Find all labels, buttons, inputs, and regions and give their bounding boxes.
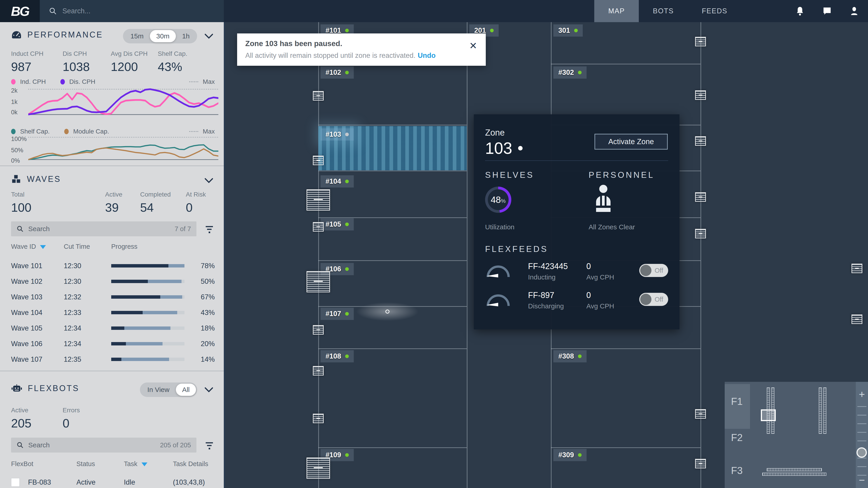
- activate-zone-button[interactable]: Activate Zone: [594, 134, 668, 150]
- app-logo[interactable]: BG: [0, 0, 40, 22]
- floor-minimap[interactable]: F1F2F3: [725, 382, 856, 488]
- waves-search-input[interactable]: [28, 225, 170, 233]
- feed-name: FF-897: [528, 291, 564, 300]
- wave-row[interactable]: Wave 10212:3050%: [11, 273, 215, 289]
- wave-cut-time: 12:32: [64, 293, 111, 301]
- zone-chip-107[interactable]: #107: [320, 308, 354, 320]
- tab-map[interactable]: MAP: [594, 0, 639, 22]
- zone-chip-301[interactable]: 301: [553, 24, 583, 37]
- minimap-rack: [762, 473, 827, 476]
- col-flexbot[interactable]: FlexBot: [11, 460, 76, 468]
- search-icon: [17, 225, 24, 232]
- row-checkbox[interactable]: [11, 478, 20, 487]
- user-icon[interactable]: [849, 6, 859, 16]
- flexfeeds-title: FLEXFEEDS: [485, 245, 548, 254]
- flexbot-row[interactable]: FB-083ActiveIdle(103,43,8): [11, 475, 215, 488]
- conveyor-rack-icon: [695, 459, 706, 468]
- facility-map[interactable]: #101#102#103#104#105#106#107#108#1092013…: [224, 22, 868, 488]
- col-progress[interactable]: Progress: [111, 243, 184, 250]
- performance-header: PERFORMANCE: [11, 30, 103, 40]
- wave-row[interactable]: Wave 10312:3267%: [11, 289, 215, 305]
- flexbots-header: FLEXBOTS: [11, 383, 79, 393]
- stat-induct-cph: Induct CPH987: [11, 50, 63, 74]
- bell-icon[interactable]: [795, 6, 805, 16]
- zone-chip-308[interactable]: #308: [553, 350, 587, 362]
- collapse-performance-chevron-icon[interactable]: [204, 33, 214, 39]
- conveyor-rack-icon: [695, 136, 706, 146]
- wave-row[interactable]: Wave 10512:3418%: [11, 320, 215, 336]
- floor-f1[interactable]: F1: [731, 396, 743, 407]
- minimap-viewport[interactable]: [761, 410, 776, 421]
- flexbots-stats: Active205Errors0: [11, 407, 210, 430]
- range-30m[interactable]: 30m: [150, 30, 176, 42]
- wave-row[interactable]: Wave 10712:3514%: [11, 352, 215, 367]
- conveyor-rack-icon: [313, 156, 324, 165]
- throughput-chart: 2k1k0k: [11, 87, 218, 117]
- flexbot-status: Active: [76, 478, 124, 486]
- floor-f3[interactable]: F3: [731, 465, 743, 476]
- col-task-details[interactable]: Task Details: [173, 460, 215, 468]
- scope-in-view[interactable]: In View: [141, 384, 176, 396]
- collapse-waves-chevron-icon[interactable]: [204, 177, 214, 184]
- zoom-tick: [857, 466, 866, 467]
- tab-feeds[interactable]: FEEDS: [688, 0, 741, 22]
- map-grid-line: [318, 348, 467, 349]
- wave-id: Wave 103: [11, 293, 64, 301]
- stat-completed: Completed54: [140, 191, 186, 215]
- waves-header: WAVES: [11, 174, 61, 184]
- waves-filter-icon[interactable]: [204, 223, 215, 234]
- col-task[interactable]: Task: [124, 460, 173, 468]
- zone-chip-309[interactable]: #309: [553, 449, 587, 461]
- zone-chip-302[interactable]: #302: [553, 66, 587, 78]
- wave-cut-time: 12:33: [64, 308, 111, 317]
- feed-toggle[interactable]: Off: [639, 264, 668, 277]
- zone-status-dot: [490, 29, 494, 32]
- zone-status-dot: [345, 71, 349, 74]
- zone-status-dot: [345, 223, 349, 226]
- stat-total: Total100: [11, 191, 105, 215]
- wave-row[interactable]: Wave 10612:3420%: [11, 336, 215, 352]
- legend-label: Ind. CPH: [20, 78, 46, 86]
- undo-link[interactable]: Undo: [418, 52, 436, 59]
- map-zoom-control: + −: [856, 382, 868, 488]
- personnel-icon: [592, 184, 614, 213]
- zone-chip-103[interactable]: #103: [320, 128, 354, 140]
- zone-chip-label: #308: [558, 352, 574, 360]
- zoom-slider-handle[interactable]: [857, 447, 867, 458]
- feed-mode: Inducting: [528, 273, 568, 281]
- wave-progress-pct: 14%: [184, 355, 215, 363]
- zone-status-dot: [345, 312, 349, 316]
- col-cut-time[interactable]: Cut Time: [64, 243, 111, 250]
- wave-row[interactable]: Wave 10412:3343%: [11, 305, 215, 320]
- stat-shelf-cap-: Shelf Cap.43%: [158, 50, 218, 74]
- zone-status-dot: [345, 267, 349, 271]
- flexbots-panel: FLEXBOTS In ViewAll Active205Errors0 205…: [0, 372, 224, 488]
- zoom-in-button[interactable]: +: [856, 388, 868, 400]
- bots-search-input[interactable]: [28, 441, 156, 449]
- zoom-tick: [857, 423, 866, 424]
- zoom-tick: [857, 406, 866, 407]
- feed-name: FF-423445: [528, 262, 568, 271]
- bots-filter-icon[interactable]: [204, 440, 215, 451]
- zone-chip-102[interactable]: #102: [320, 66, 354, 78]
- zone-chip-105[interactable]: #105: [320, 218, 354, 230]
- feed-toggle[interactable]: Off: [639, 293, 668, 306]
- range-15m[interactable]: 15m: [124, 30, 150, 42]
- col-status[interactable]: Status: [76, 460, 124, 468]
- wave-row[interactable]: Wave 10112:3078%: [11, 258, 215, 273]
- global-search-input[interactable]: [62, 7, 197, 15]
- zone-chip-104[interactable]: #104: [320, 175, 354, 188]
- zone-chip-108[interactable]: #108: [320, 350, 354, 362]
- feed-unit: Avg CPH: [586, 302, 614, 310]
- scope-all[interactable]: All: [176, 384, 196, 396]
- floor-f2[interactable]: F2: [731, 432, 743, 443]
- personnel-title: PERSONNEL: [589, 170, 654, 180]
- range-1h[interactable]: 1h: [176, 30, 196, 42]
- global-search: [40, 0, 224, 22]
- zoom-out-button[interactable]: −: [856, 474, 868, 486]
- tab-bots[interactable]: BOTS: [639, 0, 688, 22]
- close-icon[interactable]: ✕: [469, 40, 477, 51]
- col-wave-id[interactable]: Wave ID: [11, 243, 64, 250]
- collapse-flexbots-chevron-icon[interactable]: [204, 387, 214, 393]
- chat-icon[interactable]: [822, 6, 832, 16]
